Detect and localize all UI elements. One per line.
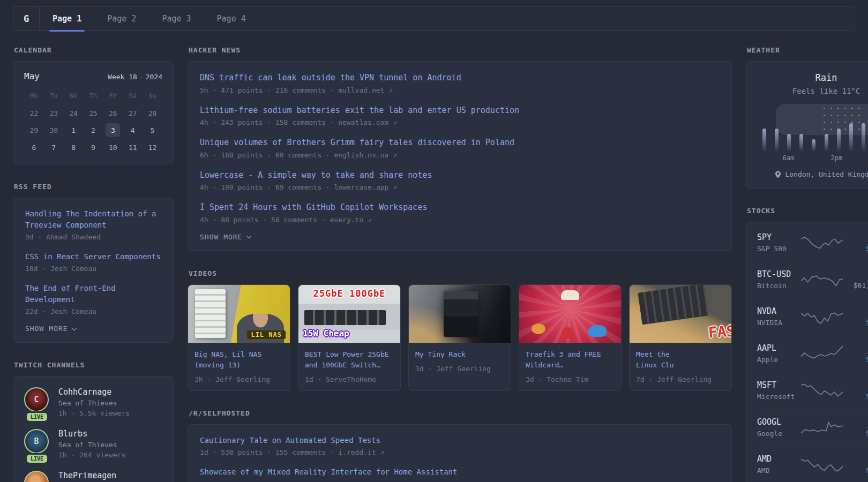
- weather-time-labels: 6am2pm10pm: [758, 154, 868, 162]
- tab-page-2[interactable]: Page 2: [94, 7, 149, 31]
- twitch-channel-row[interactable]: BLIVEBlurbsSea of Thieves1h · 264 viewer…: [24, 429, 162, 459]
- weather-bar-column: [833, 129, 845, 151]
- thumbnail-art-blob-r: [562, 327, 574, 339]
- video-card[interactable]: 25GbE 100GbE15W CheapBEST Low Power 25Gb…: [298, 284, 401, 391]
- video-card[interactable]: My Tiny Rack3d · Jeff Geerling: [408, 284, 511, 391]
- stock-row[interactable]: BTC-USDBitcoin+4.40%$61,725.48: [757, 261, 868, 298]
- stock-symbol: NVDA: [757, 306, 801, 316]
- selfhosted-item-meta: 1d · 538 points · 155 comments · i.redd.…: [200, 448, 720, 456]
- live-badge: LIVE: [27, 455, 47, 463]
- stock-row[interactable]: NVDANVIDIA+3.52%$888.40: [757, 298, 868, 335]
- calendar-day-number: 2: [91, 126, 95, 134]
- stocks-widget: STOCKS SPYS&P 500+1.29%$511.57BTC-USDBit…: [746, 207, 868, 482]
- calendar-week: Week 18·2024: [108, 73, 162, 81]
- hackernews-item-title[interactable]: Lowercase - A simple way to take and sha…: [200, 169, 720, 182]
- stock-row[interactable]: SPYS&P 500+1.29%$511.57: [757, 224, 868, 261]
- tab-page-1[interactable]: Page 1: [40, 7, 94, 31]
- twitch-avatar-wrap: BLIVE: [24, 429, 50, 459]
- video-title[interactable]: My Tiny Rack: [415, 349, 504, 360]
- video-meta: 7d · Jeff Geerling: [636, 375, 725, 383]
- show-more-label: SHOW MORE: [25, 325, 68, 333]
- rss-item-meta: 22d · Josh Comeau: [25, 307, 161, 315]
- stock-id: SPYS&P 500: [757, 232, 801, 253]
- video-thumbnail: 25GbE 100GbE15W Cheap: [298, 285, 400, 343]
- weather-location-row: London, United Kingdom: [758, 170, 868, 178]
- rss-show-more[interactable]: SHOW MORE: [25, 325, 161, 333]
- thumbnail-art-case: [195, 289, 226, 338]
- location-pin-icon: [775, 171, 781, 178]
- stock-id: MSFTMicrosoft: [757, 380, 801, 401]
- app-logo[interactable]: G: [13, 7, 40, 31]
- avatar: [24, 471, 49, 482]
- calendar-day-number: 26: [109, 109, 117, 117]
- video-title-line: BEST Low Power 25GbE: [305, 349, 394, 360]
- selfhosted-item: Showcase of my Mixed Reality Interface f…: [200, 466, 720, 478]
- calendar-day: 26: [103, 105, 123, 121]
- stock-row[interactable]: MSFTMicrosoft+2.16%$406.43: [757, 372, 868, 409]
- stock-name: Google: [757, 430, 801, 438]
- stock-sparkline: [801, 456, 843, 472]
- hackernews-item-title[interactable]: I Spent 24 Hours with GitHub Copilot Wor…: [200, 201, 720, 214]
- calendar-day: 30: [44, 122, 64, 138]
- rss-item-meta: 3d · Ahmad Shadeed: [25, 233, 161, 241]
- twitch-channel-name: CohhCarnage: [58, 387, 130, 397]
- twitch-avatar-wrap: LIVE: [24, 471, 50, 482]
- stock-price: $184.91: [844, 355, 868, 363]
- video-meta: 3h · Jeff Geerling: [194, 375, 283, 383]
- video-title[interactable]: BEST Low Power 25GbEand 100GbE Switch…: [305, 349, 394, 371]
- calendar-day-number: 23: [49, 109, 58, 117]
- twitch-channel-row[interactable]: CLIVECohhCarnageSea of Thieves1h · 5.5k …: [24, 387, 162, 417]
- weather-chart: 12°: [758, 104, 868, 151]
- twitch-channel-row[interactable]: LIVEThePrimeagen: [24, 471, 162, 482]
- rss-item-title[interactable]: The End of Front-End Development: [25, 283, 161, 305]
- stock-row[interactable]: GOOGLGoogle+0.10%$166.78: [757, 409, 868, 446]
- stock-row[interactable]: AMDAMD+2.94%$150.45: [757, 446, 868, 482]
- hackernews-item-meta: 4h · 88 points · 58 comments · every.to …: [200, 216, 720, 224]
- calendar-day: 22: [24, 105, 44, 121]
- video-title-line: Meet the: [636, 349, 725, 360]
- hackernews-show-more[interactable]: SHOW MORE: [200, 233, 720, 241]
- chevron-down-icon: [72, 325, 77, 330]
- rss-item-title[interactable]: CSS in React Server Components: [25, 251, 161, 262]
- calendar-day: 11: [123, 139, 143, 155]
- video-title[interactable]: Traefik 3 and FREEWildcard…: [526, 349, 615, 371]
- thumbnail-art-unit: [444, 291, 478, 336]
- weather-feels-like: Feels like 11°C: [758, 87, 868, 95]
- weather-time-label: [770, 154, 783, 162]
- weather-bar-column: [770, 129, 783, 151]
- video-title[interactable]: Big NAS, Lil NAS(moving 13): [194, 349, 283, 371]
- tab-page-3[interactable]: Page 3: [149, 7, 204, 31]
- calendar-day: 23: [44, 105, 64, 121]
- selfhosted-item-title[interactable]: Showcase of my Mixed Reality Interface f…: [200, 466, 720, 478]
- video-meta: 3d · Jeff Geerling: [415, 365, 504, 373]
- stock-change: +1.29%: [844, 233, 868, 242]
- hackernews-item: DNS traffic can leak outside the VPN tun…: [200, 72, 720, 94]
- rss-item-title[interactable]: Handling The Indentation of a Treeview C…: [25, 208, 161, 231]
- calendar-section-title: CALENDAR: [14, 46, 174, 54]
- stock-row[interactable]: AAPLApple+6.87%$184.91: [757, 335, 868, 372]
- stock-change: +2.94%: [844, 455, 868, 463]
- tab-page-4[interactable]: Page 4: [204, 7, 259, 31]
- video-card-body: Big NAS, Lil NAS(moving 13)3h · Jeff Gee…: [188, 343, 290, 390]
- weather-condition: Rain: [758, 72, 868, 83]
- video-meta: 3d · Techno Tim: [526, 375, 615, 383]
- hackernews-item-title[interactable]: Unique volumes of Brothers Grimm fairy t…: [200, 137, 720, 149]
- weather-bar-column: [783, 134, 795, 151]
- calendar-week-number: Week 18: [108, 73, 137, 81]
- weather-location: London, United Kingdom: [785, 170, 868, 178]
- hackernews-item-title[interactable]: Lithium-free sodium batteries exit the l…: [200, 104, 720, 117]
- left-column: CALENDAR May Week 18·2024 MoTuWeThFrSaSu…: [13, 46, 174, 482]
- video-title[interactable]: Meet theLinux Clu: [636, 349, 725, 371]
- videos-widget: VIDEOS LIL NASBig NAS, Lil NAS(moving 13…: [188, 269, 732, 391]
- video-card[interactable]: FASMeet theLinux Clu7d · Jeff Geerling: [629, 284, 732, 391]
- calendar-day: 28: [143, 105, 162, 121]
- rss-widget: RSS FEED Handling The Indentation of a T…: [13, 183, 174, 343]
- selfhosted-item-title[interactable]: Cautionary Tale on Automated Speed Tests: [200, 435, 720, 446]
- twitch-avatar-wrap: CLIVE: [24, 387, 50, 417]
- calendar-day: 6: [24, 139, 44, 155]
- hackernews-item-title[interactable]: DNS traffic can leak outside the VPN tun…: [200, 72, 720, 84]
- hackernews-item-meta: 5h · 471 points · 216 comments · mullvad…: [200, 86, 720, 94]
- video-card[interactable]: LIL NASBig NAS, Lil NAS(moving 13)3h · J…: [188, 284, 290, 391]
- video-card[interactable]: Traefik 3 and FREEWildcard…3d · Techno T…: [519, 284, 622, 391]
- twitch-channel-game: Sea of Thieves: [58, 441, 125, 449]
